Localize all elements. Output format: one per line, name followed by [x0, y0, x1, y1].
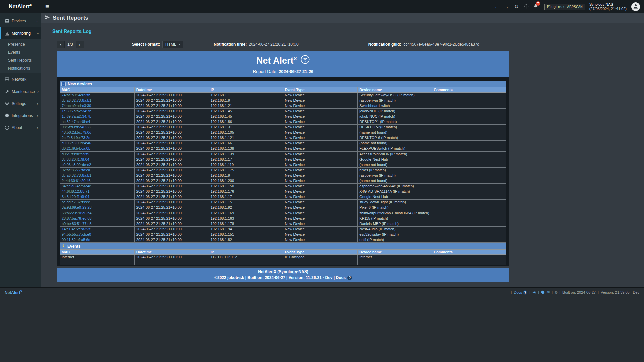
mac-link[interactable]: 48:b0:2d:5c:79:0d — [62, 130, 91, 134]
mac-link[interactable]: d0:21:f9:8c:59:f9 — [62, 152, 89, 156]
report-date-label: Report Date: — [253, 69, 278, 74]
sidebar-item-devices[interactable]: Devices ‹ — [0, 15, 41, 27]
table-cell: 2024-06-27 21:25:21+10:00 — [134, 200, 209, 205]
table-row: bc:dd:c2:32:f9:ee2024-06-27 21:25:21+10:… — [60, 200, 506, 205]
mac-link[interactable]: 3c:8d:20:f1:9f:04 — [62, 195, 89, 199]
prev-page-button[interactable]: ‹ — [57, 41, 65, 48]
sidebar-item-maintenance[interactable]: Maintenance ‹ — [0, 85, 41, 98]
sidebar-item-monitoring[interactable]: Monitoring ‹ — [0, 27, 41, 39]
collapse-icon[interactable]: − — [61, 82, 66, 86]
footer-brand-link[interactable]: NetAlertX — [5, 290, 22, 295]
mac-link[interactable]: b0:be:83:51:77:e8 — [62, 222, 92, 226]
sidebar-item-about[interactable]: About ‹ — [0, 122, 41, 134]
sidebar-toggle-button[interactable]: ≡ — [41, 0, 54, 13]
footer-brand-sup: X — [20, 290, 22, 293]
mac-link[interactable]: 84:cc:a8:4a:56:4c — [62, 184, 91, 188]
format-selected-value: HTML — [165, 42, 176, 47]
table-cell — [432, 189, 506, 194]
table-cell: New Device — [283, 168, 358, 173]
mac-link[interactable]: 28:87:ba:76:ed:03 — [62, 216, 92, 220]
nav-forward-button[interactable]: → — [502, 0, 511, 13]
mac-link[interactable]: 98:5f:d3:d5:40:33 — [62, 125, 91, 129]
table-cell: 192.168.1.45 — [209, 114, 283, 119]
table-cell: DESKTOP1 (IP match) — [358, 119, 432, 125]
sidebar-subitem-presence[interactable]: Presence — [0, 40, 41, 48]
mac-link[interactable]: 3a:9d:69:e0:29:28 — [62, 205, 92, 209]
mac-link[interactable]: 74:ac:b9:ad:c3:30 — [62, 104, 91, 108]
top-navbar: NetAlertX ≡ ← → ↻ 7 Plugins: ARPSCAN Syn… — [0, 0, 644, 13]
table-cell — [432, 152, 506, 157]
report-date-value: 2024-06-27 21:26 — [279, 69, 313, 74]
sidebar-subitem-sent-reports[interactable]: Sent Reports — [0, 56, 41, 64]
table-cell: 2024-06-27 21:25:21+10:00 — [134, 162, 209, 168]
table-cell: 192.168.1.1 — [209, 93, 283, 98]
table-cell: 192.168.1.17 — [209, 194, 283, 200]
table-row: 44:6f:f8:12:68:712024-06-27 21:25:21+10:… — [60, 189, 506, 194]
mac-link[interactable]: 74:ac:b9:54:09:fb — [62, 93, 90, 97]
new-devices-section-header: − New devices — [60, 81, 506, 87]
page-title: Sent Reports — [53, 15, 88, 21]
mac-link[interactable]: bc:dd:c2:32:f9:ee — [62, 200, 90, 204]
nav-move-button[interactable] — [522, 0, 531, 13]
footer-docs-link[interactable]: Docs? — [514, 290, 527, 295]
mac-link[interactable]: ac:82:47:ca:0f:e4 — [62, 120, 90, 124]
footer-github-link[interactable] — [541, 290, 545, 295]
mac-link[interactable]: 00:11:32:ef:a5:6c — [62, 238, 90, 242]
footer-bug-link[interactable] — [532, 290, 536, 295]
table-cell: New Device — [283, 135, 358, 141]
nav-back-button[interactable]: ← — [492, 0, 501, 13]
user-avatar[interactable] — [631, 2, 640, 11]
table-cell: New Device — [283, 130, 358, 135]
notification-time-value: 2024-06-27 21:26:21+10:00 — [249, 42, 298, 47]
table-row: 98:5f:d3:d5:40:332024-06-27 21:25:21+10:… — [60, 125, 506, 130]
sidebar-item-integrations[interactable]: Integrations ‹ — [0, 110, 41, 122]
table-cell: 2024-06-27 21:25:21+10:00 — [134, 152, 209, 157]
mac-link[interactable]: dc:a6:32:73:8a:b1 — [62, 173, 91, 177]
table-cell — [432, 162, 506, 168]
sidebar-item-network[interactable]: Network — [0, 73, 41, 85]
host-name: Synology-NAS — [589, 2, 627, 7]
mac-link[interactable]: 94:b5:55:c7:cb:e0 — [62, 232, 91, 236]
table-cell: 192.168.1.94 — [209, 227, 283, 232]
mac-link[interactable]: 2c:f0:5d:9e:73:2c — [62, 136, 90, 140]
table-cell — [60, 260, 135, 265]
mac-link[interactable]: 92:ac:85:77:fd:ca — [62, 168, 90, 172]
mac-link[interactable]: dc:a6:32:73:8a:b1 — [62, 98, 91, 102]
mac-link[interactable]: d0:21:f9:b4:ca:0b — [62, 146, 90, 150]
table-cell — [432, 157, 506, 162]
mac-link[interactable]: c0:06:c3:09:de:e2 — [62, 163, 91, 167]
table-cell: Nest-Audio (IP match) — [358, 227, 432, 232]
mac-link[interactable]: 3c:8d:20:f1:9f:04 — [62, 157, 89, 161]
mac-link[interactable]: 58:b6:23:70:d6:b4 — [62, 211, 92, 215]
table-cell — [283, 260, 358, 265]
sidebar-subitem-events[interactable]: Events — [0, 48, 41, 56]
bug-icon — [532, 290, 536, 295]
mac-link[interactable]: 1c:69:7a:a2:34:7b — [62, 114, 91, 118]
app-logo[interactable]: NetAlertX — [0, 3, 41, 10]
devices-icon — [5, 19, 9, 23]
footer-mail-link[interactable]: ✉ — [547, 290, 550, 295]
app-root: NetAlertX ≡ ← → ↻ 7 Plugins: ARPSCAN Syn… — [0, 0, 644, 362]
sidebar-subitem-notifications[interactable]: Notifications — [0, 64, 41, 72]
report-preview: Net AlertX Report Date: 2024-06-27 21:26… — [57, 51, 509, 282]
plugins-badge[interactable]: Plugins: ARPSCAN — [544, 4, 585, 10]
mac-link[interactable]: 14:c1:4e:2e:a3:3f — [62, 227, 90, 231]
mac-link[interactable]: f4:4d:30:61:20:46 — [62, 179, 91, 183]
sidebar-item-settings[interactable]: Settings ‹ — [0, 98, 41, 110]
docs-help-icon[interactable]: ? — [347, 276, 352, 280]
mac-link[interactable]: 44:6f:f8:12:68:71 — [62, 189, 90, 193]
table-cell: 3c:8d:20:f1:9f:04 — [60, 157, 135, 162]
mac-link[interactable]: 1c:69:7a:a2:34:7b — [62, 109, 91, 113]
table-cell: 2024-06-27 21:25:21+10:00 — [134, 114, 209, 119]
table-cell: 192.168.1.105 — [209, 130, 283, 135]
notifications-button[interactable]: 7 — [531, 0, 540, 13]
footer-links: Docs? ✉ © Built on: 2024-06-27 Version: … — [511, 290, 639, 295]
table-cell: d0:21:f9:8c:59:f9 — [60, 152, 135, 157]
format-select[interactable]: HTML ▾ — [162, 41, 183, 48]
table-cell: Daniels-MBP (IP match) — [358, 221, 432, 227]
table-cell: zhimi-airpurifier-mb3_mibtD6B4 (IP match… — [358, 210, 432, 216]
next-page-button[interactable]: › — [76, 41, 84, 48]
mac-link[interactable]: c0:06:c3:09:e4:46 — [62, 141, 91, 145]
table-cell: dc:a6:32:73:8a:b1 — [60, 173, 135, 178]
nav-refresh-button[interactable]: ↻ — [512, 0, 521, 13]
